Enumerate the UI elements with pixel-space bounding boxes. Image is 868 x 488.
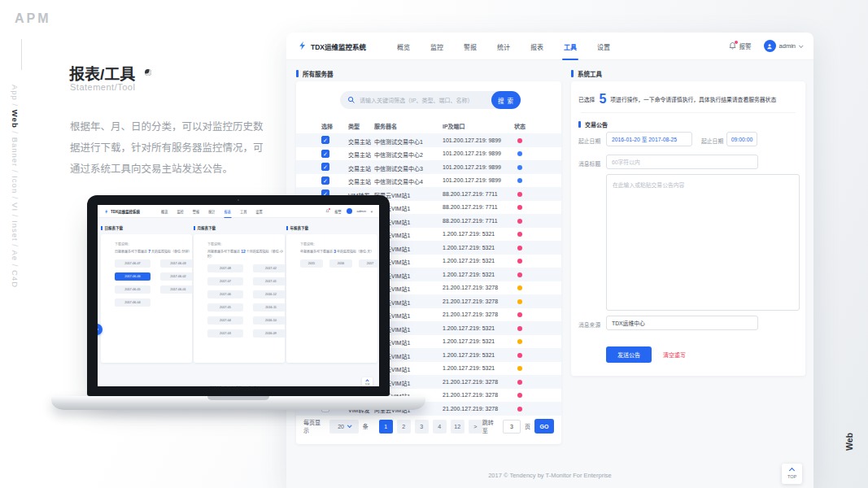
status-dot [517,326,522,331]
app-nav-item[interactable]: 警报 [464,32,477,60]
server-ip: 101.200.127.219: 9899 [443,164,501,170]
download-note-label: 下载说明： [300,242,377,246]
server-search: 搜 索 [340,91,521,109]
app-nav-item[interactable]: 概览 [397,32,410,60]
month-button: 2017-04 [207,316,243,325]
month-button: 2016-12 [253,290,289,298]
laptop-app-logo: TDX运维监控系统 [104,209,140,214]
side-nav-item[interactable]: VI [11,203,20,211]
side-nav-item[interactable]: Icon [11,176,20,194]
laptop-chevron-down-icon [371,210,373,212]
app-nav-item[interactable]: 设置 [597,32,610,60]
app-footer: 2017 © Tendency by T-Monitor For Enterpr… [286,472,813,479]
month-button: 2016-09 [253,329,289,338]
monthly-report-title: 月报表下载 [194,225,285,230]
page-button[interactable]: 4 [433,420,447,434]
date-range-input[interactable] [606,132,692,146]
col-name: 服务器名 [374,122,397,130]
bell-icon [728,41,737,50]
side-nav-item[interactable]: Web [11,110,20,129]
side-nav-item[interactable]: Banner [11,137,20,168]
row-checkbox[interactable]: ✓ [321,150,329,158]
server-ip: 101.200.127.219: 9899 [443,150,501,156]
selected-summary: 已选择 5 项进行操作，一下命令请谨慎执行，具体执行结果请查看服务器状态 [578,92,776,107]
page-subtitle: Statement/Tool [70,82,135,92]
app-nav-item[interactable]: 统计 [497,32,510,60]
user-name: admin [779,42,796,50]
message-title-label: 消息标题 [578,159,600,168]
page-button[interactable]: 12 [451,420,465,434]
row-checkbox[interactable]: ✓ [321,163,329,171]
side-nav-item[interactable]: Ae [11,251,20,262]
per-page-label: 每页显示 [303,418,325,434]
user-menu[interactable]: admin [764,40,802,52]
year-button: 2016 [329,259,352,268]
page-button[interactable]: > [469,420,482,434]
month-button: 2017-08 [207,264,243,272]
status-dot [517,272,522,277]
download-note-label: 下载说明： [207,242,285,246]
row-checkbox[interactable]: ✓ [321,136,329,144]
server-ip: 21.200.127.219: 3278 [443,312,498,317]
time-input[interactable] [726,132,757,146]
status-dot [517,259,522,264]
selected-count: 5 [599,92,606,107]
search-button[interactable]: 搜 索 [491,91,521,109]
title-dot-icon [145,69,151,76]
apm-logo: APM [15,11,51,26]
app-logo: TDX运维监控系统 [298,41,366,52]
side-nav-item[interactable]: App [11,85,20,101]
message-title-input[interactable] [606,155,758,169]
app-nav-item[interactable]: 报表 [530,32,543,60]
date-button: 2017-06-04 [115,298,150,307]
table-row[interactable]: ✓ 交易主站 中信测试交易中心1 101.200.127.219: 9899 [296,133,561,147]
laptop-app-body: 日报表下载 下载说明： 日报表最多可下载最近 7 天的监控指标（单位:分钟） 2… [98,218,379,386]
clear-rewrite-button[interactable]: 清空重写 [663,346,686,363]
jump-page-input[interactable] [503,420,521,434]
yearly-report-card: 下载说明： 年报表最多可下载最近 3 年的监控指标（单位:天） 2015 201… [286,234,377,363]
table-row[interactable]: ✓ 交易主站 中信测试交易中心3 101.200.127.219: 9899 [296,160,561,174]
date-button: 2017-06-02 [160,272,196,281]
side-nav-separator: / [11,194,20,203]
status-dot [517,353,522,358]
side-nav-separator: / [11,261,20,270]
monthly-report-panel: 月报表下载 下载说明： 月报表最多可下载最近 12 个月的监控指标（单位:小时）… [194,225,285,363]
row-checkbox[interactable]: ✓ [321,176,329,185]
page-button[interactable]: 2 [397,420,411,434]
go-button[interactable]: GO [534,419,554,434]
table-row[interactable]: ✓ 交易主站 中信测试交易中心2 101.200.127.219: 9899 [296,147,561,161]
message-source-label: 消息来源 [578,320,600,329]
page-button[interactable]: 1 [379,420,393,434]
back-to-top-button[interactable]: TOP [782,464,802,484]
server-ip: 21.200.127.219: 3278 [443,379,498,385]
laptop-user-name: admin [357,209,366,213]
page-button[interactable]: 3 [415,420,429,434]
laptop-nav-item: 概览 [161,205,168,218]
app-nav-item[interactable]: 工具 [564,32,577,60]
side-nav-separator: / [11,167,20,176]
table-row[interactable]: ✓ 交易主站 中信测试交易中心4 101.200.127.219: 9899 [296,174,561,188]
stage: APM App / Web / Banner / Icon / VI / Ins… [0,0,868,488]
server-ip: 21.200.127.219: 3278 [443,392,498,398]
server-ip: 88.200.127.219: 7711 [443,191,498,197]
status-dot [517,232,522,237]
side-nav-item[interactable]: Inset [11,220,20,242]
server-type: 交易主站 [348,164,371,172]
server-ip: 1.200.127.219: 5321 [443,272,495,277]
app-nav-item[interactable]: 监控 [430,32,443,60]
alarm-button[interactable]: 报警 [728,41,752,50]
status-dot [517,393,522,398]
jump-label: 跳转至 [482,418,499,434]
laptop-footer: 2017 © Tendency by T-Monitor For Enterpr… [98,386,379,386]
server-name: 中信测试交易中心1 [374,137,423,146]
status-dot [517,407,522,412]
send-announcement-button[interactable]: 发送公告 [606,346,652,363]
message-source-input[interactable] [606,316,758,330]
per-page-select[interactable]: 20 [329,420,358,434]
announcement-textarea[interactable] [606,174,800,311]
laptop-top-button: TOP [362,377,373,386]
status-dot [517,366,522,371]
server-ip: 1.200.127.219: 5321 [443,325,495,331]
server-ip: 1.200.127.219: 5321 [443,231,495,237]
side-nav-item[interactable]: C4D [11,270,20,288]
